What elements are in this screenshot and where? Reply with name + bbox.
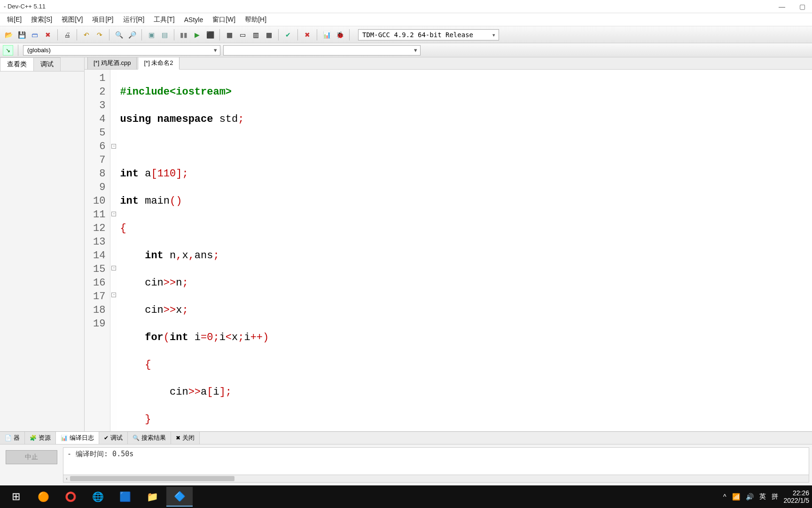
separator: [77, 29, 77, 40]
grid3-button[interactable]: ▥: [250, 29, 261, 40]
fold-marker[interactable]: -: [111, 266, 116, 270]
open-button[interactable]: 📂: [3, 29, 14, 40]
file-tabs: [*] 鸡尾酒.cpp [*] 未命名2: [85, 57, 812, 70]
compiler-selector-value: TDM-GCC 4.9.2 64-bit Release: [362, 31, 473, 39]
resource-icon: 🧩: [30, 435, 37, 441]
system-clock[interactable]: 22:26 2022/1/5: [784, 489, 810, 504]
separator: [174, 29, 174, 40]
debug-button[interactable]: 🐞: [334, 29, 345, 40]
taskbar: ⊞ 🟠 ⭕ 🌐 🟦 📁 🔷 ^ 📶 🔊 英 拼 22:26 2022/1/5: [0, 485, 812, 508]
bottom-tab-resources[interactable]: 🧩资源: [25, 432, 56, 444]
ime-mode[interactable]: 拼: [772, 492, 778, 501]
menu-help[interactable]: 帮助[H]: [241, 14, 271, 25]
check-button[interactable]: ✔: [282, 29, 294, 40]
scroll-left-icon[interactable]: ‹: [63, 475, 70, 482]
titlebar: - Dev-C++ 5.11 — ▢: [0, 0, 812, 13]
profile-button[interactable]: 📊: [321, 29, 332, 40]
compile-log-line: - 编译时间: 0.50s: [67, 450, 133, 458]
separator: [278, 29, 279, 40]
fold-marker[interactable]: -: [111, 293, 116, 297]
bottom-tab-debug[interactable]: ✔调试: [99, 432, 128, 444]
separator: [297, 29, 298, 40]
menu-astyle[interactable]: AStyle: [180, 15, 207, 25]
menu-view[interactable]: 视图[V]: [57, 14, 87, 25]
undo-button[interactable]: ↶: [81, 29, 92, 40]
rebuild-button[interactable]: ⬛: [204, 29, 216, 40]
run-button[interactable]: ▶: [191, 29, 203, 40]
close-button[interactable]: ✖: [42, 29, 54, 40]
menubar: 辑[E] 搜索[S] 视图[V] 项目[P] 运行[R] 工具[T] AStyl…: [0, 13, 812, 26]
menu-tools[interactable]: 工具[T]: [149, 14, 179, 25]
stop-button[interactable]: ▮▮: [178, 29, 189, 40]
ime-lang[interactable]: 英: [759, 492, 766, 501]
member-selector[interactable]: [223, 45, 421, 56]
taskbar-left: ⊞ 🟠 ⭕ 🌐 🟦 📁 🔷: [3, 487, 193, 507]
separator: [317, 29, 317, 40]
goto-icon[interactable]: ↘: [3, 45, 13, 56]
print-button[interactable]: 🖨: [62, 29, 73, 40]
bottom-tab-compiler[interactable]: 📄器: [0, 432, 25, 444]
window-title: - Dev-C++ 5.11: [4, 3, 46, 10]
doc-icon: 📄: [5, 435, 12, 441]
close-icon: ✖: [176, 435, 180, 441]
tray-chevron-icon[interactable]: ^: [723, 493, 726, 500]
window-controls: — ▢: [776, 2, 808, 11]
taskbar-devcpp[interactable]: 🔷: [166, 487, 193, 507]
menu-run[interactable]: 运行[R]: [119, 14, 149, 25]
taskbar-explorer[interactable]: 📁: [139, 487, 165, 507]
taskbar-app-1[interactable]: 🟠: [30, 487, 56, 507]
start-button[interactable]: ⊞: [3, 487, 29, 507]
separator: [219, 29, 220, 40]
save-all-button[interactable]: 🗃: [29, 29, 40, 40]
volume-icon[interactable]: 🔊: [746, 493, 754, 500]
separator: [349, 29, 350, 40]
compile-run-button[interactable]: ▤: [159, 29, 170, 40]
abort-button[interactable]: 中止: [6, 450, 57, 464]
menu-edit[interactable]: 辑[E]: [3, 14, 26, 25]
separator: [109, 29, 109, 40]
delete-button[interactable]: ✖: [302, 29, 313, 40]
taskbar-right: ^ 📶 🔊 英 拼 22:26 2022/1/5: [723, 489, 809, 504]
tab-debug[interactable]: 调试: [33, 57, 61, 71]
code-body[interactable]: #include<iostream> using namespace std; …: [117, 70, 812, 431]
menu-search[interactable]: 搜索[S]: [27, 14, 56, 25]
bottom-body: 中止 - 编译时间: 0.50s ‹: [0, 444, 812, 485]
file-tab-1[interactable]: [*] 未命名2: [138, 57, 179, 70]
save-button[interactable]: 💾: [16, 29, 27, 40]
fold-marker[interactable]: -: [111, 212, 116, 216]
grid4-button[interactable]: ▦: [263, 29, 274, 40]
menu-window[interactable]: 窗口[W]: [208, 14, 240, 25]
compile-log-output[interactable]: - 编译时间: 0.50s ‹: [63, 447, 809, 483]
replace-button[interactable]: 🔎: [126, 29, 138, 40]
grid2-button[interactable]: ▭: [237, 29, 248, 40]
clock-time: 22:26: [784, 489, 810, 497]
search-icon: 🔍: [133, 435, 140, 441]
scope-selector[interactable]: (globals): [23, 45, 220, 56]
main-area: 查看类 调试 [*] 鸡尾酒.cpp [*] 未命名2 1234 5678 91…: [0, 57, 812, 431]
redo-button[interactable]: ↷: [94, 29, 105, 40]
menu-project[interactable]: 项目[P]: [88, 14, 117, 25]
check-icon: ✔: [104, 435, 109, 441]
taskbar-app-2[interactable]: ⭕: [57, 487, 84, 507]
scroll-thumb[interactable]: [70, 476, 234, 481]
bottom-tab-close[interactable]: ✖关闭: [171, 432, 200, 444]
compiler-selector[interactable]: TDM-GCC 4.9.2 64-bit Release: [358, 29, 499, 40]
file-tab-0[interactable]: [*] 鸡尾酒.cpp: [87, 57, 137, 69]
fold-marker[interactable]: -: [111, 144, 116, 149]
left-panel-tabs: 查看类 调试: [0, 57, 84, 71]
clock-date: 2022/1/5: [784, 497, 810, 504]
bottom-tab-compile-log[interactable]: 📊编译日志: [56, 432, 99, 444]
main-toolbar: 📂 💾 🗃 ✖ 🖨 ↶ ↷ 🔍 🔎 ▣ ▤ ▮▮ ▶ ⬛ ▦ ▭ ▥ ▦ ✔ ✖…: [0, 26, 812, 43]
maximize-button[interactable]: ▢: [796, 2, 808, 11]
minimize-button[interactable]: —: [776, 2, 788, 11]
tab-class-view[interactable]: 查看类: [0, 57, 34, 71]
taskbar-vscode[interactable]: 🟦: [112, 487, 138, 507]
bottom-tab-search-results[interactable]: 🔍搜索结果: [128, 432, 171, 444]
find-button[interactable]: 🔍: [113, 29, 125, 40]
wifi-icon[interactable]: 📶: [732, 493, 740, 500]
code-editor[interactable]: 1234 5678 9101112 13141516 171819 - - - …: [85, 70, 812, 431]
log-scrollbar[interactable]: ‹: [63, 475, 809, 482]
compile-button[interactable]: ▣: [146, 29, 157, 40]
grid1-button[interactable]: ▦: [224, 29, 235, 40]
taskbar-chrome[interactable]: 🌐: [85, 487, 111, 507]
